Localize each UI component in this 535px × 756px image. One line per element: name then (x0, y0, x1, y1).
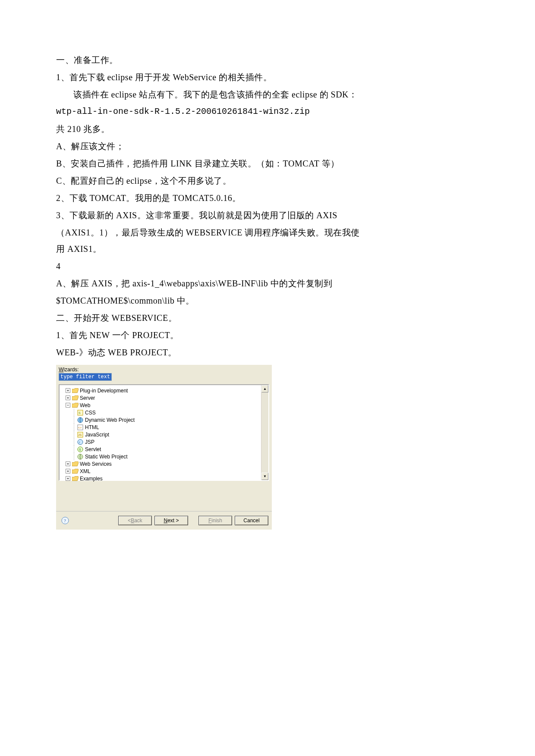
folder-open-icon (72, 402, 79, 408)
help-icon[interactable]: ? (61, 517, 69, 524)
tree-label: Static Web Project (85, 454, 127, 460)
tree-label: Plug-in Development (80, 388, 128, 394)
paragraph: 2、下载 TOMCAT。我用的是 TOMCAT5.0.16。 (56, 190, 367, 206)
svg-text:<>: <> (78, 426, 82, 429)
paragraph: wtp-all-in-one-sdk-R-1.5.2-200610261841-… (56, 104, 367, 120)
tree-label: Web (80, 402, 90, 408)
tree-node-xml[interactable]: + XML (60, 467, 260, 475)
tree-node-jsp[interactable]: J JSP (60, 438, 260, 445)
paragraph: $TOMCATHOME$\common\lib 中。 (56, 292, 367, 309)
back-button[interactable]: < Back (118, 516, 152, 525)
svg-text:J: J (79, 441, 80, 444)
tree-label: XML (80, 468, 91, 474)
css-file-icon: S (77, 410, 84, 416)
tree-node-dynamic-web[interactable]: Dynamic Web Project (60, 416, 260, 423)
paragraph: C、配置好自己的 eclipse，这个不用多说了。 (56, 173, 367, 189)
servlet-icon: S (77, 446, 84, 452)
javascript-file-icon: JS (77, 432, 84, 438)
expand-icon[interactable]: + (66, 388, 70, 393)
tree-node-web[interactable]: − Web (60, 402, 260, 409)
tree-node-plugin-dev[interactable]: + Plug-in Development (60, 387, 260, 394)
paragraph: A、解压该文件； (56, 138, 367, 154)
tree-label: Server (80, 395, 95, 401)
svg-text:?: ? (64, 518, 66, 523)
tree-label: CSS (85, 410, 96, 416)
folder-icon (72, 395, 79, 401)
tree-node-css[interactable]: S CSS (60, 409, 260, 416)
folder-icon (72, 461, 79, 467)
paragraph: （AXIS1。1），最后导致生成的 WEBSERVICE 调用程序编译失败。现在… (56, 224, 367, 257)
paragraph: 1、首先下载 eclipse 用于开发 WebService 的相关插件。 (56, 69, 367, 85)
svg-point-2 (78, 417, 83, 423)
tree-node-examples[interactable]: + Examples (60, 475, 260, 482)
paragraph: B、安装自己插件，把插件用 LINK 目录建立关联。（如：TOMCAT 等） (56, 155, 367, 172)
wizard-tree[interactable]: + Plug-in Development + Server − (59, 384, 269, 481)
globe-icon (77, 454, 84, 460)
wizard-filter-input[interactable]: type filter text (59, 373, 112, 381)
tree-node-server[interactable]: + Server (60, 394, 260, 402)
expand-icon[interactable]: + (66, 461, 70, 466)
expand-icon[interactable]: + (66, 476, 70, 481)
folder-icon (72, 468, 79, 474)
svg-text:S: S (79, 411, 81, 414)
paragraph: 1、首先 NEW 一个 PROJECT。 (56, 327, 367, 343)
expand-icon[interactable]: + (66, 395, 70, 400)
jsp-file-icon: J (77, 439, 84, 445)
svg-text:S: S (79, 448, 81, 451)
wizard-button-row: ? < Back Next > Finish Cancel (56, 511, 272, 530)
tree-label: HTML (85, 424, 99, 430)
paragraph: 4 (56, 258, 367, 274)
wizards-label: Wizards: (59, 367, 269, 373)
paragraph: 共 210 兆多。 (56, 121, 367, 137)
tree-label: Examples (80, 476, 103, 482)
html-file-icon: <> (77, 424, 84, 430)
tree-label: Dynamic Web Project (85, 417, 135, 423)
paragraph: WEB-》动态 WEB PROJECT。 (56, 344, 367, 361)
tree-node-servlet[interactable]: S Servlet (60, 445, 260, 453)
paragraph: 一、准备工作。 (56, 52, 367, 68)
folder-icon (72, 476, 79, 482)
finish-button[interactable]: Finish (198, 516, 232, 525)
paragraph: 二、开始开发 WEBSERVICE。 (56, 310, 367, 326)
new-project-wizard: Wizards: type filter text + Plug-in Deve… (56, 365, 272, 530)
scroll-up-icon[interactable]: ▲ (261, 385, 268, 392)
paragraph: A、解压 AXIS，把 axis-1_4\webapps\axis\WEB-IN… (56, 275, 367, 292)
tree-node-static-web[interactable]: Static Web Project (60, 453, 260, 460)
tree-node-js[interactable]: JS JavaScript (60, 431, 260, 438)
collapse-icon[interactable]: − (66, 403, 70, 408)
tree-label: Servlet (85, 446, 101, 452)
next-button[interactable]: Next > (154, 516, 188, 525)
tree-label: Web Services (80, 461, 112, 467)
paragraph: 3、下载最新的 AXIS。这非常重要。我以前就是因为使用了旧版的 AXIS (56, 207, 367, 223)
globe-icon (77, 417, 84, 423)
vertical-scrollbar[interactable]: ▲ ▼ (261, 385, 268, 480)
svg-point-11 (78, 454, 83, 459)
tree-node-web-services[interactable]: + Web Services (60, 460, 260, 467)
tree-label: JavaScript (85, 432, 109, 438)
document-page: 一、准备工作。 1、首先下载 eclipse 用于开发 WebService 的… (0, 0, 423, 555)
expand-icon[interactable]: + (66, 469, 70, 474)
folder-icon (72, 388, 79, 394)
svg-text:JS: JS (78, 433, 82, 436)
scroll-down-icon[interactable]: ▼ (261, 473, 268, 480)
paragraph: 该插件在 eclipse 站点有下。我下的是包含该插件的全套 eclipse 的… (56, 86, 367, 103)
tree-label: JSP (85, 439, 94, 445)
tree-node-html[interactable]: <> HTML (60, 423, 260, 431)
cancel-button[interactable]: Cancel (235, 516, 268, 525)
